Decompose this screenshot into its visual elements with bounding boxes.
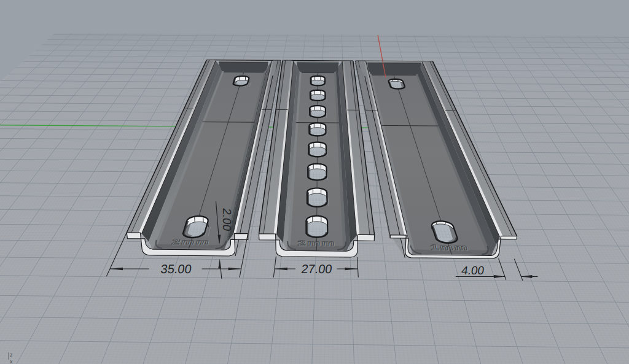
svg-text:1mm: 1mm: [429, 243, 469, 252]
svg-text:27.00: 27.00: [300, 262, 333, 276]
svg-text:z: z: [10, 352, 13, 358]
svg-text:2mm: 2mm: [171, 238, 211, 246]
svg-text:2mm: 2mm: [297, 239, 336, 247]
svg-text:x: x: [10, 358, 13, 364]
svg-text:4.00: 4.00: [461, 264, 485, 277]
svg-text:2.00: 2.00: [221, 207, 233, 232]
svg-text:35.00: 35.00: [160, 262, 192, 276]
